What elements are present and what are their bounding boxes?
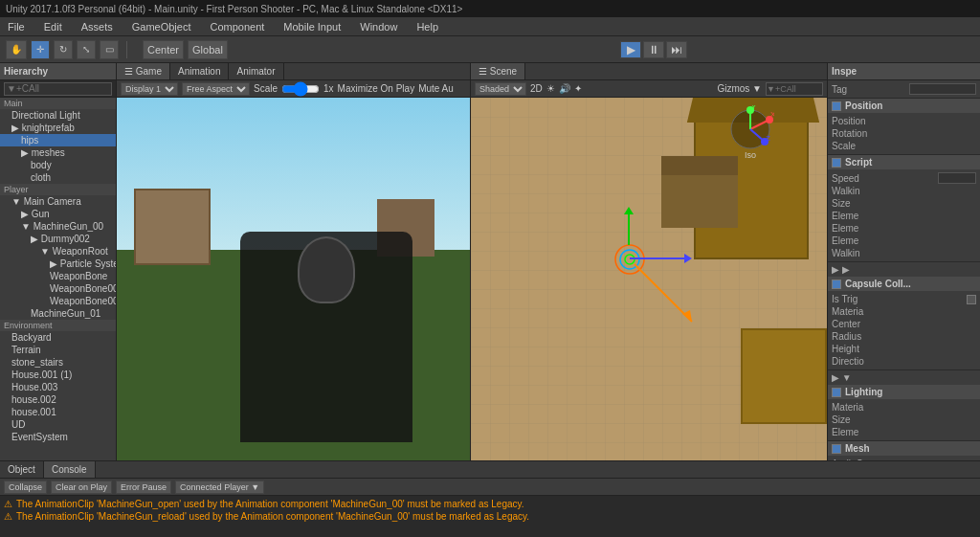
hier-backyard[interactable]: Backyard — [0, 331, 116, 344]
hier-ud[interactable]: UD — [0, 418, 116, 431]
hier-machinegun00[interactable]: ▼ MachineGun_00 — [0, 220, 116, 233]
hier-body[interactable]: body — [0, 159, 116, 171]
lighting-material-label: Materia — [832, 402, 976, 413]
menu-edit[interactable]: Edit — [40, 19, 66, 34]
effects-icon[interactable]: ✦ — [574, 83, 582, 94]
step-button[interactable]: ⏭ — [666, 41, 687, 58]
gizmos-label[interactable]: Gizmos ▼ — [717, 83, 762, 94]
toolbar-move-btn[interactable]: ✛ — [31, 40, 50, 59]
play-button[interactable]: ▶ — [620, 41, 641, 58]
hier-cloth[interactable]: cloth — [0, 171, 116, 184]
menu-file[interactable]: File — [4, 19, 29, 34]
tab-animation[interactable]: Animation — [170, 63, 229, 79]
collapse-btn[interactable]: Collapse — [4, 481, 47, 494]
tag-input[interactable] — [909, 83, 976, 95]
console-toolbar: Collapse Clear on Play Error Pause Conne… — [0, 479, 980, 496]
hier-weaponbone001[interactable]: WeaponBone001 — [0, 282, 116, 295]
script-section: Speed Walkin Size Eleme Eleme — [828, 169, 980, 262]
hier-machinegun01[interactable]: MachineGun_01 — [0, 307, 116, 320]
collider-header[interactable]: Capsule Coll... — [828, 277, 980, 291]
pause-button[interactable]: ⏸ — [643, 41, 664, 58]
lighting-checkbox[interactable] — [832, 388, 841, 397]
scale-label-insp: Scale — [832, 141, 976, 151]
hier-stonestairs[interactable]: stone_stairs — [0, 356, 116, 369]
hier-meshes[interactable]: ▶ meshes — [0, 146, 116, 159]
tab-scene[interactable]: ☰ Scene — [471, 63, 525, 79]
display-select[interactable]: Display 1 — [121, 82, 178, 96]
console-msg-2[interactable]: ⚠ The AnimationClip 'MachineGun_reload' … — [4, 510, 976, 523]
elem2-row: Eleme — [832, 235, 976, 247]
transform-checkbox[interactable] — [832, 101, 841, 111]
lighting-header[interactable]: Lighting — [828, 385, 980, 399]
hierarchy-search-input[interactable] — [4, 82, 112, 96]
shading-select[interactable]: Shaded — [475, 82, 526, 96]
audio-icon[interactable]: 🔊 — [559, 83, 570, 94]
clear-on-play-btn[interactable]: Clear on Play — [51, 481, 112, 494]
scale-value: 1x — [323, 83, 334, 94]
tab-console[interactable]: Console — [44, 461, 96, 478]
script-header[interactable]: Script — [828, 155, 980, 169]
hier-house002[interactable]: house.002 — [0, 393, 116, 406]
transform-header[interactable]: Position — [828, 99, 980, 113]
hier-weaponbone[interactable]: WeaponBone — [0, 270, 116, 282]
hier-hips[interactable]: hips — [0, 134, 116, 146]
hier-gun[interactable]: ▶ Gun — [0, 208, 116, 220]
scale-slider[interactable] — [281, 84, 320, 94]
mesh-checkbox[interactable] — [832, 444, 841, 454]
console-msg-1[interactable]: ⚠ The AnimationClip 'MachineGun_open' us… — [4, 498, 976, 510]
hier-weaponbone002[interactable]: WeaponBone002 — [0, 295, 116, 307]
hier-eventsystem[interactable]: EventSystem — [0, 431, 116, 443]
hier-directional-light[interactable]: Directional Light — [0, 109, 116, 122]
height-row: Height — [832, 343, 976, 355]
position-row: Position — [832, 115, 976, 127]
menu-mobile-input[interactable]: Mobile Input — [279, 19, 345, 34]
lighting-icon[interactable]: ☀ — [546, 83, 555, 94]
aspect-select[interactable]: Free Aspect — [182, 82, 250, 96]
tab-animator[interactable]: Animator — [229, 63, 283, 79]
hier-house001-1[interactable]: House.001 (1) — [0, 369, 116, 381]
collider-checkbox[interactable] — [832, 280, 841, 289]
mute-audio[interactable]: Mute Au — [418, 83, 454, 94]
toolbar-hand-btn[interactable]: ✋ — [6, 40, 27, 59]
hier-terrain[interactable]: Terrain — [0, 344, 116, 356]
collider-label: Capsule Coll... — [845, 279, 911, 289]
hier-main-camera[interactable]: ▼ Main Camera — [0, 195, 116, 208]
menu-assets[interactable]: Assets — [78, 19, 117, 34]
hier-dummy002[interactable]: ▶ Dummy002 — [0, 233, 116, 245]
mesh-header[interactable]: Mesh — [828, 441, 980, 456]
tab-game[interactable]: ☰ Game — [117, 63, 170, 79]
title-text: Unity 2017.1.0f3 Personal (64bit) - Main… — [6, 4, 462, 14]
menu-gameobject[interactable]: GameObject — [128, 19, 195, 34]
hierarchy-search-bar — [0, 80, 116, 98]
center-row: Center — [832, 318, 976, 330]
is-trigger-label: Is Trig — [832, 294, 963, 304]
tab-object[interactable]: Object — [0, 461, 44, 478]
mode-2d[interactable]: 2D — [530, 83, 543, 94]
connected-player-btn[interactable]: Connected Player ▼ — [175, 481, 264, 494]
toolbar-scale-btn[interactable]: ⤡ — [77, 40, 96, 59]
speed-input[interactable] — [938, 172, 976, 184]
error-pause-btn[interactable]: Error Pause — [116, 481, 171, 494]
toolbar-rotate-btn[interactable]: ↻ — [54, 40, 73, 59]
scene-toolbar: Shaded 2D ☀ 🔊 ✦ Gizmos ▼ — [471, 80, 827, 98]
hier-house001[interactable]: house.001 — [0, 406, 116, 418]
maximize-on-play[interactable]: Maximize On Play — [338, 83, 415, 94]
toolbar-global-btn[interactable]: Global — [188, 40, 228, 59]
toolbar-center-btn[interactable]: Center — [143, 40, 184, 59]
arrow-z-svg — [625, 255, 702, 331]
menu-help[interactable]: Help — [412, 19, 442, 34]
is-trigger-check[interactable] — [967, 295, 976, 304]
scene-search-input[interactable] — [766, 82, 823, 96]
hier-particlesystem[interactable]: ▶ Particle System — [0, 257, 116, 270]
hier-house003[interactable]: House.003 — [0, 381, 116, 393]
hier-knightprefab[interactable]: ▶ knightprefab — [0, 122, 116, 134]
expand-arrows: ▶ ▶ — [828, 262, 980, 277]
toolbar-rect-btn[interactable]: ▭ — [100, 40, 119, 59]
scene-orientation-gizmo: X Y Z Iso — [726, 105, 774, 160]
menu-window[interactable]: Window — [356, 19, 401, 34]
mesh-label: Mesh — [845, 443, 870, 454]
script-checkbox[interactable] — [832, 158, 841, 168]
hier-weaponroot[interactable]: ▼ WeaponRoot — [0, 245, 116, 257]
menu-component[interactable]: Component — [206, 19, 268, 34]
character-silhouette — [240, 232, 412, 442]
